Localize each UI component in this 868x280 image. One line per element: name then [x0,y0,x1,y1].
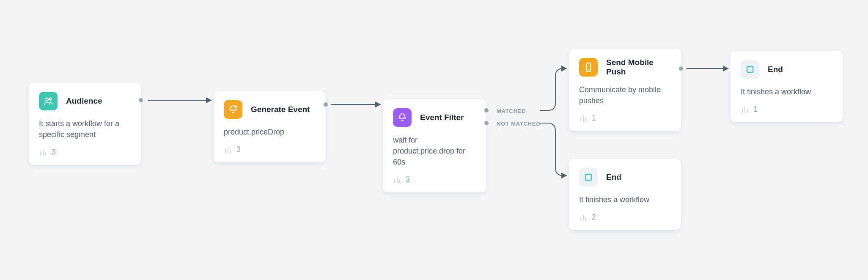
port-label-matched: MATCHED [497,108,526,114]
output-port[interactable] [324,102,328,107]
stats-icon [579,213,588,222]
node-count: 3 [52,148,56,156]
node-description: Communicate by mobile pushes [579,84,671,106]
node-description: It starts a workflow for a specific segm… [39,118,131,140]
svg-rect-21 [747,66,753,72]
node-title: Send Mobile Push [606,58,671,77]
node-count: 1 [592,114,596,123]
stats-icon [224,145,232,154]
node-count: 1 [753,105,758,114]
node-stats: 1 [741,105,832,114]
output-port-matched[interactable] [484,108,489,113]
node-end-bottom[interactable]: End It finishes a workflow 2 [569,159,681,230]
generate-event-icon [224,100,242,119]
node-title: End [768,65,783,74]
node-send-mobile-push[interactable]: Send Mobile Push Communicate by mobile p… [569,49,681,131]
node-count: 2 [592,213,596,222]
stats-icon [393,176,401,184]
workflow-canvas[interactable]: Audience It starts a workflow for a spec… [0,0,868,280]
node-title: Event Filter [420,113,464,122]
node-title: Audience [66,96,102,106]
node-description: It finishes a workflow [741,86,832,97]
audience-icon [39,92,58,110]
node-title: Generate Event [251,105,310,114]
node-stats: 1 [579,114,671,123]
mobile-push-icon [579,58,598,77]
event-filter-icon [393,108,412,127]
node-event-filter[interactable]: Event Filter wait for product.price.drop… [383,99,486,192]
node-end-top[interactable]: End It finishes a workflow 1 [731,51,843,122]
node-count: 3 [406,175,410,184]
output-port[interactable] [139,98,143,102]
svg-rect-25 [585,174,591,180]
node-generate-event[interactable]: Generate Event product.priceDrop 3 [214,91,326,162]
stats-icon [741,105,749,114]
node-stats: 3 [39,148,131,156]
node-count: 3 [236,145,241,154]
node-description: wait for product.price.drop for 60s [393,135,476,167]
end-icon [579,168,598,187]
end-icon [741,60,759,79]
output-port-not-matched[interactable] [484,121,489,125]
node-stats: 3 [393,175,476,184]
node-description: It finishes a workflow [579,194,671,205]
stats-icon [579,114,588,123]
node-stats: 3 [224,145,316,154]
stats-icon [39,148,47,156]
node-stats: 2 [579,213,671,222]
svg-point-4 [49,98,52,100]
output-port[interactable] [679,66,683,71]
node-description: product.priceDrop [224,126,316,137]
node-title: End [606,173,621,182]
svg-point-3 [46,98,48,101]
node-audience[interactable]: Audience It starts a workflow for a spec… [29,82,141,165]
port-label-not-matched: NOT MATCHED [497,121,541,127]
